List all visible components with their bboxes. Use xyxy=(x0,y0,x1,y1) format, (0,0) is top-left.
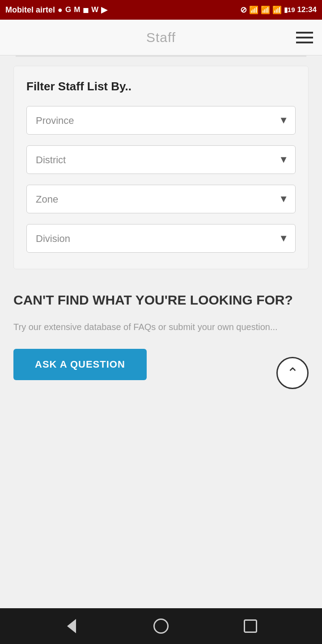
play-icon: ▶ xyxy=(101,5,107,15)
district-wrapper: District ▼ xyxy=(26,145,296,174)
battery-icon: ▮19 xyxy=(284,6,295,14)
zone-wrapper: Zone ▼ xyxy=(26,185,296,213)
whatsapp-icon: W xyxy=(91,5,98,14)
main-content: Filter Staff List By.. Province ▼ Distri… xyxy=(0,57,322,608)
division-wrapper: Division ▼ xyxy=(26,224,296,253)
notification-icon: ● xyxy=(58,5,63,15)
home-button[interactable] xyxy=(148,613,174,640)
page-title: Staff xyxy=(146,30,176,45)
mail-icon: M xyxy=(74,5,80,14)
home-icon xyxy=(153,619,169,634)
hamburger-line-3 xyxy=(296,42,313,43)
status-left: Mobitel airtel ● G M ◼ W ▶ xyxy=(5,5,107,15)
carrier-label: Mobitel airtel xyxy=(5,5,55,15)
g-icon: G xyxy=(65,5,71,14)
app-header: Staff xyxy=(0,20,322,55)
back-button[interactable] xyxy=(58,613,85,640)
district-select[interactable]: District xyxy=(26,145,296,174)
division-select[interactable]: Division xyxy=(26,224,296,253)
signal2-icon: 📶 xyxy=(272,5,282,15)
filter-title: Filter Staff List By.. xyxy=(26,80,296,93)
faq-section: CAN'T FIND WHAT YOU'RE LOOKING FOR? Try … xyxy=(13,283,309,389)
photo-icon: ◼ xyxy=(83,6,89,14)
time-label: 12:34 xyxy=(297,5,317,14)
chevron-up-icon: ⌃ xyxy=(287,366,299,380)
signal1-icon: 📶 xyxy=(261,5,270,15)
hamburger-line-2 xyxy=(296,37,313,38)
status-right: ⊘ 📶 📶 📶 ▮19 12:34 xyxy=(240,5,317,15)
nav-bar xyxy=(0,608,322,644)
hamburger-line-1 xyxy=(296,32,313,34)
wifi-icon: 📶 xyxy=(249,5,258,15)
back-icon xyxy=(67,619,76,633)
dnd-icon: ⊘ xyxy=(240,5,247,15)
filter-card: Filter Staff List By.. Province ▼ Distri… xyxy=(13,66,309,269)
recent-apps-button[interactable] xyxy=(237,613,264,640)
scroll-up-button[interactable]: ⌃ xyxy=(276,357,309,389)
faq-title: CAN'T FIND WHAT YOU'RE LOOKING FOR? xyxy=(13,292,309,309)
ask-question-button[interactable]: ASK A QUESTION xyxy=(13,349,147,380)
menu-button[interactable] xyxy=(296,32,313,43)
province-wrapper: Province ▼ xyxy=(26,106,296,135)
recent-apps-icon xyxy=(244,619,257,633)
status-bar: Mobitel airtel ● G M ◼ W ▶ ⊘ 📶 📶 📶 ▮19 1… xyxy=(0,0,322,20)
zone-select[interactable]: Zone xyxy=(26,185,296,213)
faq-body: Try our extensive database of FAQs or su… xyxy=(13,319,309,335)
province-select[interactable]: Province xyxy=(26,106,296,135)
